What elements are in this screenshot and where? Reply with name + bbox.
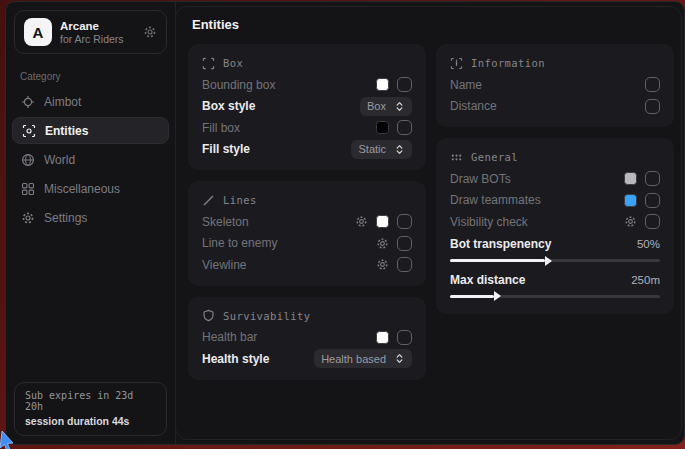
setting-label: Draw BOTs [450, 172, 624, 186]
sidebar-item-settings[interactable]: Settings [12, 204, 169, 231]
sub-expiry-text: Sub expires in 23d 20h [25, 390, 156, 412]
panel-title: Box [223, 57, 243, 69]
dropdown-value: Health based [321, 353, 386, 365]
color-swatch[interactable] [624, 172, 637, 185]
max-distance-slider[interactable] [450, 295, 660, 298]
setting-row-bounding-box: Bounding box [202, 74, 412, 96]
sidebar-item-label: World [44, 153, 75, 167]
dropdown-value: Static [358, 143, 386, 155]
health-bar-checkbox[interactable] [397, 330, 412, 345]
max-distance-slider-block: Max distance 250m [450, 269, 660, 298]
sidebar-item-world[interactable]: World [12, 146, 169, 173]
setting-row-fill-style: Fill style Static [202, 139, 412, 161]
setting-row-skeleton: Skeleton [202, 211, 412, 233]
sidebar-item-label: Aimbot [44, 95, 81, 109]
line-to-enemy-settings-icon[interactable] [376, 237, 389, 250]
skeleton-settings-icon[interactable] [355, 215, 368, 228]
bounding-box-checkbox[interactable] [397, 77, 412, 92]
visibility-settings-icon[interactable] [624, 215, 637, 228]
app-logo: A [24, 18, 52, 46]
page-title: Entities [192, 17, 674, 32]
fill-style-dropdown[interactable]: Static [351, 140, 412, 159]
setting-label: Name [450, 78, 645, 92]
slider-fill [450, 259, 545, 262]
color-swatch[interactable] [376, 78, 389, 91]
panel-title: General [471, 151, 518, 163]
mouse-cursor [0, 431, 16, 449]
setting-label: Visibility check [450, 215, 624, 229]
health-style-dropdown[interactable]: Health based [314, 349, 412, 368]
name-checkbox[interactable] [645, 77, 660, 92]
gear-icon [21, 211, 35, 225]
setting-row-health-style: Health style Health based [202, 348, 412, 370]
brand-card: A Arcane for Arc Riders [14, 10, 167, 54]
setting-row-viewline: Viewline [202, 254, 412, 276]
setting-row-line-to-enemy: Line to enemy [202, 233, 412, 255]
setting-label: Box style [202, 99, 360, 113]
setting-label: Skeleton [202, 215, 355, 229]
chevron-updown-icon [394, 353, 405, 364]
setting-label: Health bar [202, 330, 376, 344]
sidebar-item-aimbot[interactable]: Aimbot [12, 88, 169, 115]
setting-row-draw-teammates: Draw teammates [450, 190, 660, 212]
app-name: Arcane [60, 20, 135, 32]
panel-box: Box Bounding box Box style Box [188, 44, 426, 170]
bot-transparency-slider[interactable] [450, 259, 660, 262]
draw-teammates-checkbox[interactable] [645, 193, 660, 208]
color-swatch[interactable] [376, 215, 389, 228]
left-column: Box Bounding box Box style Box [188, 44, 426, 380]
chevron-updown-icon [394, 144, 405, 155]
category-label: Category [20, 71, 161, 82]
setting-row-box-style: Box style Box [202, 96, 412, 118]
box-style-dropdown[interactable]: Box [360, 97, 412, 116]
brand-settings-icon[interactable] [143, 25, 157, 39]
setting-label: Fill box [202, 121, 376, 135]
color-swatch[interactable] [376, 331, 389, 344]
box-brackets-icon [202, 57, 215, 70]
setting-label: Fill style [202, 142, 351, 156]
info-icon [450, 57, 463, 70]
slider-value: 50% [637, 238, 660, 250]
setting-label: Health style [202, 352, 314, 366]
line-to-enemy-checkbox[interactable] [397, 236, 412, 251]
scan-icon [22, 124, 36, 138]
setting-label: Bot transpenency [450, 237, 637, 251]
viewline-settings-icon[interactable] [376, 258, 389, 271]
setting-label: Viewline [202, 258, 376, 272]
panel-title: Lines [223, 194, 257, 206]
skeleton-checkbox[interactable] [397, 214, 412, 229]
panel-survivability: Survivability Health bar Health style He… [188, 297, 426, 380]
setting-row-health-bar: Health bar [202, 327, 412, 349]
slider-value: 250m [631, 274, 660, 286]
session-duration-text: session duration 44s [25, 415, 156, 427]
crosshair-icon [21, 95, 35, 109]
app-subtitle: for Arc Riders [60, 33, 135, 45]
setting-label: Line to enemy [202, 236, 376, 250]
color-swatch[interactable] [376, 121, 389, 134]
fill-box-checkbox[interactable] [397, 120, 412, 135]
screen: { "sidebar": { "brand": { "logo_letter":… [0, 0, 685, 449]
sidebar: A Arcane for Arc Riders Category Aimbot … [6, 2, 176, 444]
setting-row-draw-bots: Draw BOTs [450, 168, 660, 190]
right-column: Information Name Distance Gener [436, 44, 674, 380]
sidebar-item-miscellaneous[interactable]: Miscellaneous [12, 175, 169, 202]
panel-title: Survivability [223, 310, 310, 322]
setting-label: Distance [450, 99, 645, 113]
app-window: A Arcane for Arc Riders Category Aimbot … [5, 1, 685, 445]
sidebar-item-entities[interactable]: Entities [12, 117, 169, 144]
distance-checkbox[interactable] [645, 99, 660, 114]
panel-general: General Draw BOTs Draw teammates [436, 138, 674, 314]
viewline-checkbox[interactable] [397, 257, 412, 272]
sidebar-item-label: Entities [45, 124, 88, 138]
setting-row-fill-box: Fill box [202, 117, 412, 139]
dropdown-value: Box [367, 100, 386, 112]
color-swatch[interactable] [624, 194, 637, 207]
globe-icon [21, 153, 35, 167]
bot-transparency-slider-block: Bot transpenency 50% [450, 234, 660, 263]
setting-row-distance: Distance [450, 96, 660, 118]
chevron-updown-icon [394, 101, 405, 112]
sidebar-nav: Aimbot Entities World Miscellaneous Sett… [6, 88, 175, 231]
visibility-check-checkbox[interactable] [645, 214, 660, 229]
draw-bots-checkbox[interactable] [645, 171, 660, 186]
setting-label: Draw teammates [450, 193, 624, 207]
